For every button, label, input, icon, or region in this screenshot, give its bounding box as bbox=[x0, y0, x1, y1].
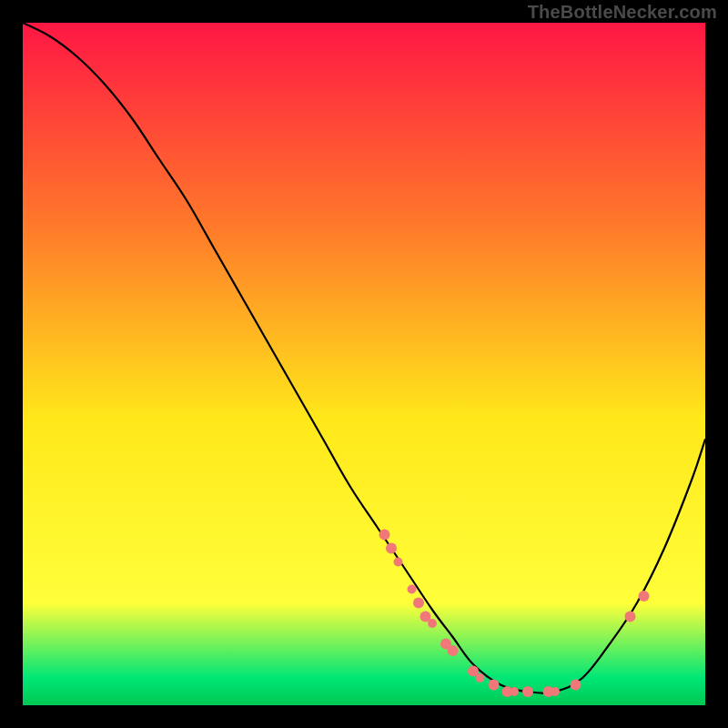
data-marker bbox=[394, 558, 403, 567]
data-marker bbox=[413, 598, 424, 609]
data-marker bbox=[571, 680, 581, 691]
data-marker bbox=[379, 530, 390, 541]
gradient-background bbox=[23, 23, 705, 705]
data-marker bbox=[476, 673, 485, 682]
data-marker bbox=[408, 585, 417, 594]
data-marker bbox=[551, 687, 560, 696]
bottleneck-chart bbox=[23, 23, 705, 705]
data-marker bbox=[522, 686, 533, 697]
data-marker bbox=[510, 687, 519, 696]
chart-frame: TheBottleNecker.com bbox=[0, 0, 728, 728]
attribution-label: TheBottleNecker.com bbox=[528, 2, 717, 23]
data-marker bbox=[625, 612, 636, 622]
data-marker bbox=[448, 645, 459, 656]
data-marker bbox=[489, 680, 500, 691]
data-marker bbox=[386, 543, 397, 554]
data-marker bbox=[428, 619, 437, 628]
data-marker bbox=[639, 591, 650, 602]
plot-area bbox=[23, 23, 705, 705]
